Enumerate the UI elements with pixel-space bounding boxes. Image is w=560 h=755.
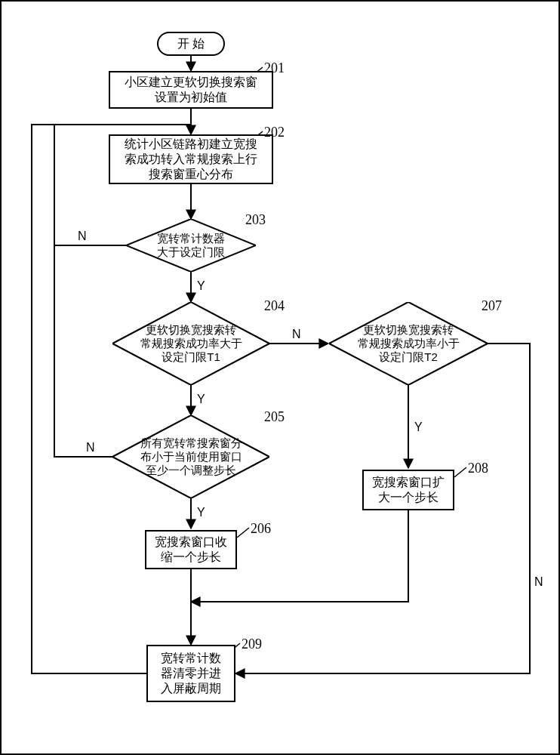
node-209: 宽转常计数 器清零并进 入屏蔽周期 [146,645,235,702]
node-205-text: 所有宽转常搜索窗分 布小于当前使用窗口 至少一个调整步长 [140,436,242,477]
node-206: 宽搜索窗口收 缩一个步长 [145,530,237,569]
step-204: 204 [264,298,285,314]
edge-203-Y: Y [197,279,205,293]
svg-line-14 [237,528,249,538]
edge-207-Y: Y [414,421,423,434]
start-label: 开 始 [177,36,205,51]
edge-203-N: N [78,230,87,243]
node-201: 小区建立更软切换搜索窗 设置为初始值 [109,71,273,109]
step-207: 207 [482,298,502,314]
step-202: 202 [264,125,285,140]
node-203: 宽转常计数器 大于设定门限 [126,219,256,272]
node-204-text: 更软切换宽搜索转 常规搜索成功率大于 设定门限T1 [140,323,242,364]
node-206-text: 宽搜索窗口收 缩一个步长 [155,535,227,565]
node-205: 所有宽转常搜索窗分 布小于当前使用窗口 至少一个调整步长 [112,415,269,498]
edge-207-N: N [534,575,543,589]
node-203-text: 宽转常计数器 大于设定门限 [157,232,225,259]
node-207: 更软切换宽搜索转 常规搜索成功率小于 设定门限T2 [329,302,488,385]
node-202: 统计小区链路初建立宽搜 索成功转入常规搜索上行 搜索窗重心分布 [109,134,273,184]
start-terminator: 开 始 [157,32,225,56]
edge-205-N: N [86,441,95,455]
node-208: 宽搜索窗口扩 大一个步长 [362,470,454,510]
edge-204-N: N [292,328,301,341]
node-207-text: 更软切换宽搜索转 常规搜索成功率小于 设定门限T2 [358,323,460,364]
edge-204-Y: Y [197,393,205,406]
node-202-text: 统计小区链路初建立宽搜 索成功转入常规搜索上行 搜索窗重心分布 [125,137,257,182]
step-208: 208 [468,461,488,476]
edge-205-Y: Y [197,506,205,519]
step-209: 209 [242,636,262,652]
node-209-text: 宽转常计数 器清零并进 入屏蔽周期 [161,651,221,696]
step-203: 203 [245,212,266,228]
node-204: 更软切换宽搜索转 常规搜索成功率大于 设定门限T1 [112,302,269,385]
svg-line-16 [454,467,466,477]
node-201-text: 小区建立更软切换搜索窗 设置为初始值 [125,75,257,105]
flowchart-canvas: 开 始 小区建立更软切换搜索窗 设置为初始值 201 统计小区链路初建立宽搜 索… [0,0,560,755]
step-205: 205 [264,409,285,425]
step-206: 206 [251,521,271,537]
step-201: 201 [264,60,285,76]
node-208-text: 宽搜索窗口扩 大一个步长 [372,475,445,505]
